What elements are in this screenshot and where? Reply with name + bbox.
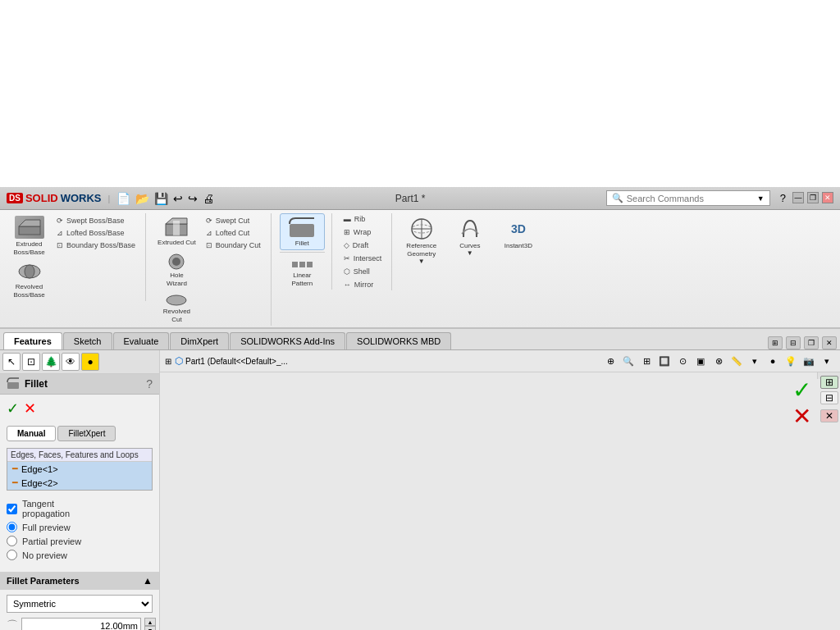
hole-wizard-button[interactable]: HoleWizard (154, 249, 199, 290)
revolved-cut-button[interactable]: RevolvedCut (154, 290, 199, 326)
tab-evaluate[interactable]: Evaluate (113, 332, 170, 349)
mirror-button[interactable]: ↔ Mirror (340, 279, 386, 290)
radius-up-btn[interactable]: ▲ (144, 618, 156, 626)
view-3d-btn[interactable]: 🔲 (656, 353, 673, 369)
rib-button[interactable]: ▬ Rib (340, 213, 386, 225)
revolved-boss-base-button[interactable]: RevolvedBoss/Base (7, 259, 52, 301)
edge-item-2[interactable]: ━ Edge<2> (7, 476, 152, 490)
view-dropdown-btn[interactable]: ▾ (746, 353, 763, 369)
radius-input[interactable] (21, 618, 141, 630)
mini-btn-2[interactable]: ⊟ (820, 391, 838, 404)
tab-restore-btn[interactable]: ❐ (804, 336, 819, 349)
lofted-boss-base-button[interactable]: ⊿ Lofted Boss/Base (53, 227, 139, 239)
panel-help-btn[interactable]: ? (146, 377, 153, 390)
camera-btn[interactable]: 📷 (801, 353, 817, 369)
measure-btn[interactable]: 📏 (728, 353, 745, 369)
snap-btn[interactable]: ⊗ (710, 353, 727, 369)
tangent-propagation-checkbox[interactable] (7, 504, 17, 514)
panel-actions: ✓ ✕ (0, 395, 159, 422)
light-btn[interactable]: 💡 (783, 353, 799, 369)
mini-btn-1[interactable]: ⊞ (820, 376, 838, 389)
extruded-boss-icon (15, 216, 44, 239)
view-section-btn[interactable]: ⊙ (674, 353, 691, 369)
mini-btn-3[interactable]: ✕ (820, 409, 838, 422)
save-icon[interactable]: 💾 (154, 192, 168, 205)
tab-dimxpert[interactable]: DimXpert (170, 332, 229, 349)
reference-geometry-button[interactable]: ReferenceGeometry ▼ (399, 213, 444, 267)
curves-button[interactable]: Curves ▼ (447, 213, 492, 267)
view-orient-btn[interactable]: ⊞ (638, 353, 655, 369)
edge-list-scroll[interactable]: ━ Edge<1> ━ Edge<2> (7, 462, 152, 490)
tab-features[interactable]: Features (3, 332, 62, 349)
swept-boss-base-button[interactable]: ⟳ Swept Boss/Base (53, 215, 139, 226)
radius-down-btn[interactable]: ▼ (144, 626, 156, 630)
svg-rect-0 (19, 226, 40, 235)
panel-color-btn[interactable]: ● (81, 353, 99, 371)
instant3d-button[interactable]: 3D Instant3D (495, 213, 541, 267)
search-input[interactable] (627, 194, 754, 203)
edge-item-1[interactable]: ━ Edge<1> (7, 462, 152, 476)
zoom-in-btn[interactable]: 🔍 (620, 353, 637, 369)
works-text: WORKS (61, 192, 102, 204)
redo-icon[interactable]: ↪ (188, 192, 198, 205)
undo-icon[interactable]: ↩ (173, 192, 183, 205)
panel-view-btn[interactable]: 👁 (62, 353, 80, 371)
close-button[interactable]: ✕ (822, 192, 833, 203)
viewport-confirm-btn[interactable]: ✓ (792, 379, 811, 402)
zoom-fit-btn[interactable]: ⊕ (602, 353, 619, 369)
symmetric-dropdown[interactable]: Symmetric Asymmetric (7, 595, 153, 613)
view-display-btn[interactable]: ▣ (692, 353, 709, 369)
svg-point-8 (172, 258, 180, 266)
tab-sketch[interactable]: Sketch (63, 332, 112, 349)
partial-preview-radio[interactable] (7, 536, 17, 546)
boundary-boss-base-button[interactable]: ⊡ Boundary Boss/Base (53, 240, 139, 251)
no-preview-radio[interactable] (7, 550, 17, 560)
part-icon: ⬡ (175, 355, 183, 367)
cancel-button[interactable]: ✕ (24, 399, 36, 418)
curves-dropdown[interactable]: ▼ (467, 249, 473, 257)
tab-close-btn[interactable]: ✕ (822, 336, 837, 349)
search-dropdown-icon[interactable]: ▼ (757, 194, 765, 203)
search-bar[interactable]: 🔍 ▼ (606, 190, 770, 206)
tab-expand-btn[interactable]: ⊞ (768, 336, 783, 349)
wrap-button[interactable]: ⊞ Wrap (340, 226, 386, 238)
panel-cursor-btn[interactable]: ↖ (2, 353, 21, 371)
intersect-button[interactable]: ✂ Intersect (340, 253, 386, 264)
new-icon[interactable]: 📄 (116, 192, 130, 205)
tab-addins[interactable]: SOLIDWORKS Add-Ins (230, 332, 345, 349)
lofted-cut-button[interactable]: ⊿ Lofted Cut (203, 227, 264, 239)
filletxpert-tab[interactable]: FilletXpert (57, 426, 116, 441)
fillet-params-collapse-icon[interactable]: ▲ (143, 575, 153, 587)
intersect-icon: ✂ (344, 254, 350, 262)
extruded-cut-button[interactable]: Extruded Cut (153, 213, 201, 249)
confirm-button[interactable]: ✓ (7, 399, 19, 418)
extruded-boss-base-button[interactable]: ExtrudedBoss/Base (7, 213, 52, 258)
part-icon-item: ⬡ Part1 (Default<<Default>_... (175, 355, 288, 367)
open-icon[interactable]: 📂 (135, 192, 149, 205)
scene-dropdown-btn[interactable]: ▾ (819, 353, 835, 369)
minimize-button[interactable]: — (792, 192, 804, 203)
edge-list: Edges, Faces, Features and Loops ━ Edge<… (7, 448, 153, 491)
linear-pattern-button[interactable]: LinearPattern (280, 254, 325, 290)
viewport-cancel-btn[interactable]: ✕ (792, 405, 811, 428)
boundary-cut-button[interactable]: ⊡ Boundary Cut (203, 240, 264, 251)
restore-button[interactable]: ❐ (807, 192, 819, 203)
extruded-cut-icon (162, 216, 191, 239)
swept-cut-button[interactable]: ⟳ Swept Cut (203, 215, 264, 226)
sphere-btn[interactable]: ● (765, 353, 781, 369)
panel-tree-btn[interactable]: 🌲 (42, 353, 60, 371)
radius-icon: ⌒ (7, 619, 18, 630)
tab-mbd[interactable]: SOLIDWORKS MBD (346, 332, 451, 349)
print-icon[interactable]: 🖨 (203, 192, 214, 205)
manual-tab[interactable]: Manual (7, 426, 56, 441)
shell-button[interactable]: ⬡ Shell (340, 266, 386, 277)
reference-geometry-dropdown[interactable]: ▼ (418, 258, 425, 265)
help-button[interactable]: ? (777, 192, 789, 204)
fillet-button[interactable]: Fillet (280, 213, 325, 250)
full-preview-radio[interactable] (7, 522, 17, 532)
tab-collapse-btn[interactable]: ⊟ (786, 336, 801, 349)
fillet-params-header[interactable]: Fillet Parameters ▲ (0, 572, 159, 590)
expand-tree-btn[interactable]: ⊞ (165, 357, 171, 366)
panel-select-btn[interactable]: ⊡ (22, 353, 40, 371)
draft-button[interactable]: ◇ Draft (340, 240, 386, 251)
